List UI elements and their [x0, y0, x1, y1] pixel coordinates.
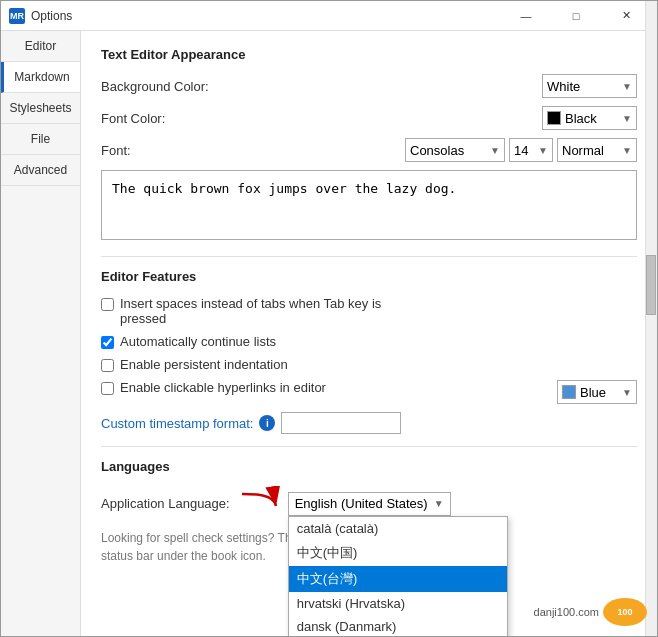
app-language-row: Application Language: English (	[101, 486, 637, 521]
red-arrow-icon	[234, 486, 284, 521]
checkbox-row-3: Enable clickable hyperlinks in editor Bl…	[101, 380, 637, 404]
background-color-dropdown[interactable]: White ▼	[542, 74, 637, 98]
lang-option-3[interactable]: hrvatski (Hrvatska)	[289, 592, 507, 615]
appearance-section-title: Text Editor Appearance	[101, 47, 637, 62]
font-color-label: Font Color:	[101, 111, 231, 126]
font-name-value: Consolas	[410, 143, 464, 158]
checkbox-row-0: Insert spaces instead of tabs when Tab k…	[101, 296, 637, 326]
hyperlink-color-value: Blue	[580, 385, 606, 400]
app-language-arrow: ▼	[428, 498, 444, 509]
languages-section: Languages Application Language:	[101, 459, 637, 565]
watermark-logo: 100	[603, 598, 647, 626]
section-divider-1	[101, 256, 637, 257]
checkbox-label-2: Enable persistent indentation	[120, 357, 288, 372]
font-style-arrow: ▼	[616, 145, 632, 156]
preview-text: The quick brown fox jumps over the lazy …	[112, 181, 456, 196]
app-language-dropdown-wrap: English (United States) ▼ català (català…	[288, 492, 451, 516]
checkbox-label-3: Enable clickable hyperlinks in editor	[120, 380, 326, 395]
checkbox-label-1: Automatically continue lists	[120, 334, 276, 349]
font-name-arrow: ▼	[484, 145, 500, 156]
scrollbar-track[interactable]	[645, 31, 657, 636]
sidebar: Editor Markdown Stylesheets File Advance…	[1, 31, 81, 636]
sidebar-item-editor[interactable]: Editor	[1, 31, 80, 62]
checkbox-row-2: Enable persistent indentation	[101, 357, 637, 372]
background-color-label: Background Color:	[101, 79, 231, 94]
checkbox-persistent-indent[interactable]	[101, 359, 114, 372]
watermark: danji100.com 100	[534, 598, 647, 626]
checkbox-continue-lists[interactable]	[101, 336, 114, 349]
language-dropdown-popup: català (català) 中文(中国) 中文(台灣) hrvatski (…	[288, 516, 508, 637]
minimize-button[interactable]: —	[503, 1, 549, 31]
features-section-title: Editor Features	[101, 269, 637, 284]
font-size-dropdown[interactable]: 14 ▼	[509, 138, 553, 162]
scrollbar-thumb[interactable]	[646, 255, 656, 315]
checkbox-label-0: Insert spaces instead of tabs when Tab k…	[120, 296, 381, 326]
main-panel: Text Editor Appearance Background Color:…	[81, 31, 657, 636]
hyperlink-color-arrow: ▼	[616, 387, 632, 398]
watermark-text: danji100.com	[534, 606, 599, 618]
font-color-row: Font Color: Black ▼	[101, 106, 637, 130]
languages-section-title: Languages	[101, 459, 637, 474]
hyperlink-color-swatch	[562, 385, 576, 399]
close-button[interactable]: ✕	[603, 1, 649, 31]
maximize-button[interactable]: □	[553, 1, 599, 31]
hyperlink-color-dropdown[interactable]: Blue ▼	[557, 380, 637, 404]
options-window: MR Options — □ ✕ Editor Markdown Stylesh…	[0, 0, 658, 637]
background-color-row: Background Color: White ▼	[101, 74, 637, 98]
font-color-dropdown[interactable]: Black ▼	[542, 106, 637, 130]
window-title: Options	[31, 9, 503, 23]
font-style-value: Normal	[562, 143, 604, 158]
font-size-arrow: ▼	[532, 145, 548, 156]
timestamp-row: Custom timestamp format: i	[101, 412, 637, 434]
app-language-label: Application Language:	[101, 496, 230, 511]
sidebar-item-file[interactable]: File	[1, 124, 80, 155]
title-bar: MR Options — □ ✕	[1, 1, 657, 31]
font-size-value: 14	[514, 143, 528, 158]
font-color-swatch	[547, 111, 561, 125]
timestamp-input[interactable]	[281, 412, 401, 434]
sidebar-item-markdown[interactable]: Markdown	[1, 62, 80, 93]
timestamp-info-icon[interactable]: i	[259, 415, 275, 431]
background-color-value: White	[547, 79, 580, 94]
window-controls: — □ ✕	[503, 1, 649, 31]
font-row: Font: Consolas ▼ 14 ▼ Normal ▼	[101, 138, 637, 162]
lang-option-4[interactable]: dansk (Danmark)	[289, 615, 507, 637]
lang-option-0[interactable]: català (català)	[289, 517, 507, 540]
checkbox-row-1: Automatically continue lists	[101, 334, 637, 349]
font-color-dropdown-arrow: ▼	[616, 113, 632, 124]
font-name-dropdown[interactable]: Consolas ▼	[405, 138, 505, 162]
lang-option-2[interactable]: 中文(台灣)	[289, 566, 507, 592]
font-preview-box: The quick brown fox jumps over the lazy …	[101, 170, 637, 240]
checkbox-clickable-links[interactable]	[101, 382, 114, 395]
font-style-dropdown[interactable]: Normal ▼	[557, 138, 637, 162]
timestamp-label: Custom timestamp format:	[101, 416, 253, 431]
sidebar-item-stylesheets[interactable]: Stylesheets	[1, 93, 80, 124]
section-divider-2	[101, 446, 637, 447]
content-area: Editor Markdown Stylesheets File Advance…	[1, 31, 657, 636]
font-color-value: Black	[565, 111, 597, 126]
app-icon: MR	[9, 8, 25, 24]
current-language-value: English (United States)	[295, 496, 428, 511]
background-color-dropdown-arrow: ▼	[616, 81, 632, 92]
lang-option-1[interactable]: 中文(中国)	[289, 540, 507, 566]
checkbox-insert-spaces[interactable]	[101, 298, 114, 311]
sidebar-item-advanced[interactable]: Advanced	[1, 155, 80, 186]
font-label: Font:	[101, 143, 231, 158]
app-language-dropdown[interactable]: English (United States) ▼	[288, 492, 451, 516]
